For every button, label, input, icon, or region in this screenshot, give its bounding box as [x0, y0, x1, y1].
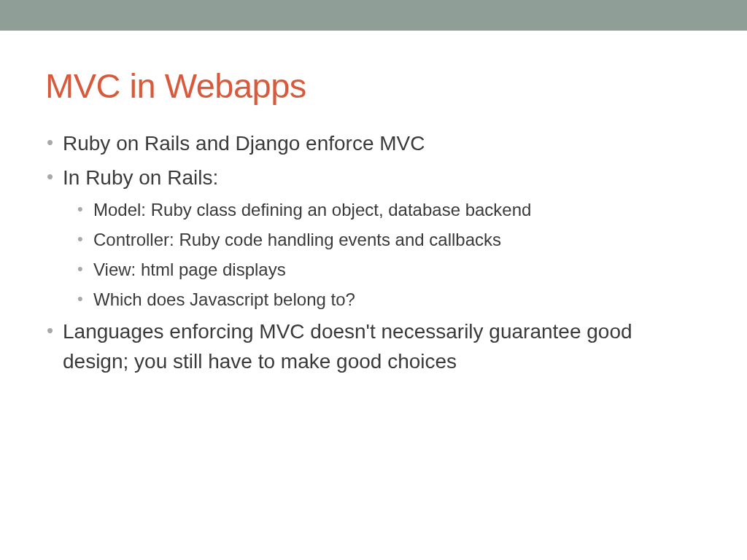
slide-content: MVC in Webapps Ruby on Rails and Django … — [0, 31, 747, 376]
bullet-item: Model: Ruby class defining an object, da… — [76, 197, 702, 223]
bullet-text: Ruby on Rails and Django enforce MVC — [63, 132, 425, 155]
slide-top-bar — [0, 0, 747, 31]
bullet-text: Model: Ruby class defining an object, da… — [93, 200, 531, 219]
bullet-text: Which does Javascript belong to? — [93, 289, 355, 309]
bullet-text: In Ruby on Rails: — [63, 166, 218, 189]
slide-title: MVC in Webapps — [45, 66, 702, 106]
bullet-list-level-1: Ruby on Rails and Django enforce MVC In … — [45, 129, 702, 376]
bullet-item: View: html page displays — [76, 257, 702, 283]
bullet-text: View: html page displays — [93, 260, 286, 279]
bullet-item: Languages enforcing MVC doesn't necessar… — [45, 317, 702, 376]
bullet-item: Controller: Ruby code handling events an… — [76, 227, 702, 253]
bullet-item: Which does Javascript belong to? — [76, 287, 702, 313]
bullet-item: Ruby on Rails and Django enforce MVC — [45, 129, 702, 159]
bullet-list-level-2: Model: Ruby class defining an object, da… — [63, 197, 702, 313]
bullet-text: Controller: Ruby code handling events an… — [93, 230, 501, 249]
bullet-item: In Ruby on Rails: Model: Ruby class defi… — [45, 163, 702, 314]
bullet-text: Languages enforcing MVC doesn't necessar… — [63, 320, 632, 373]
